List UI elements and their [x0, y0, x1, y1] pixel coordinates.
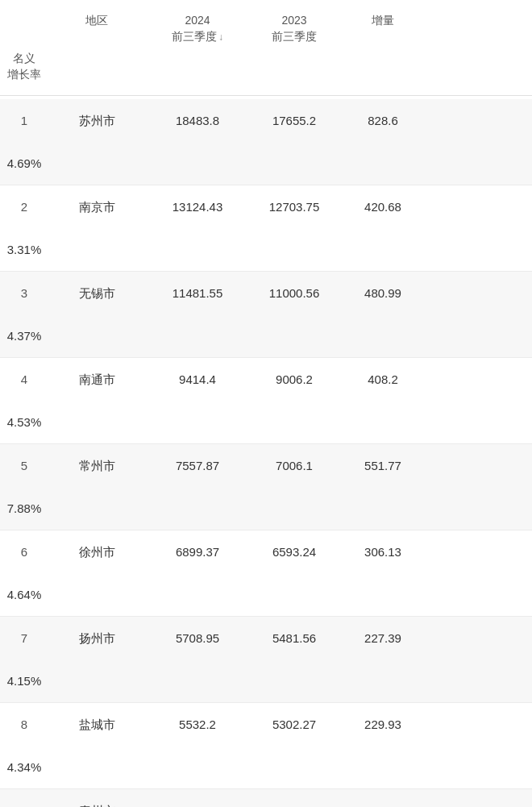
- cell-increase: 229.93: [339, 703, 427, 746]
- cell-growth: 3.31%: [0, 228, 48, 271]
- cell-gdp2023: 4974: [250, 789, 339, 807]
- cell-region: 常州市: [48, 444, 145, 487]
- cell-gdp2023: 7006.1: [250, 444, 339, 487]
- cell-gdp2024: 5145.16: [145, 789, 250, 807]
- table-row: 1 苏州市 18483.8 17655.2 828.6 4.69%: [0, 99, 532, 185]
- header-2024[interactable]: 2024前三季度↓: [145, 10, 250, 48]
- cell-growth: 4.34%: [0, 746, 48, 788]
- cell-region: 南通市: [48, 358, 145, 401]
- table-row: 7 扬州市 5708.95 5481.56 227.39 4.15%: [0, 617, 532, 703]
- cell-region: 盐城市: [48, 703, 145, 746]
- cell-region: 扬州市: [48, 617, 145, 659]
- cell-growth: 4.69%: [0, 142, 48, 185]
- cell-gdp2023: 12703.75: [250, 185, 339, 228]
- cell-rank: 8: [0, 703, 48, 746]
- cell-rank: 6: [0, 530, 48, 573]
- cell-gdp2024: 6899.37: [145, 530, 250, 573]
- cell-growth: 7.88%: [0, 487, 48, 530]
- header-region: 地区: [48, 10, 145, 48]
- sort-icon: ↓: [218, 31, 223, 43]
- cell-increase: 227.39: [339, 617, 427, 659]
- gdp-table: 地区 2024前三季度↓ 2023前三季度 增量 名义增长率 1 苏州市 184…: [0, 0, 532, 807]
- cell-region: 泰州市: [48, 789, 145, 807]
- header-increase: 增量: [339, 10, 427, 48]
- cell-gdp2024: 5532.2: [145, 703, 250, 746]
- header-rank: [0, 10, 48, 48]
- cell-gdp2024: 5708.95: [145, 617, 250, 659]
- cell-gdp2023: 6593.24: [250, 530, 339, 573]
- cell-gdp2023: 9006.2: [250, 358, 339, 401]
- cell-growth: 4.15%: [0, 659, 48, 702]
- table-row: 3 无锡市 11481.55 11000.56 480.99 4.37%: [0, 272, 532, 358]
- cell-gdp2023: 5302.27: [250, 703, 339, 746]
- cell-rank: 1: [0, 99, 48, 142]
- table-row: 9 泰州市 5145.16 4974 171.16 3.44%: [0, 789, 532, 807]
- cell-increase: 551.77: [339, 444, 427, 487]
- table-row: 4 南通市 9414.4 9006.2 408.2 4.53%: [0, 358, 532, 444]
- cell-gdp2023: 5481.56: [250, 617, 339, 659]
- cell-increase: 420.68: [339, 185, 427, 228]
- cell-rank: 5: [0, 444, 48, 487]
- cell-growth: 4.64%: [0, 573, 48, 616]
- cell-gdp2023: 17655.2: [250, 99, 339, 142]
- header-growth: 名义增长率: [0, 48, 48, 85]
- table-header: 地区 2024前三季度↓ 2023前三季度 增量 名义增长率: [0, 0, 532, 96]
- cell-rank: 9: [0, 789, 48, 807]
- cell-growth: 4.53%: [0, 401, 48, 443]
- cell-region: 徐州市: [48, 530, 145, 573]
- cell-region: 无锡市: [48, 272, 145, 314]
- cell-increase: 828.6: [339, 99, 427, 142]
- cell-gdp2024: 18483.8: [145, 99, 250, 142]
- cell-increase: 171.16: [339, 789, 427, 807]
- cell-gdp2024: 9414.4: [145, 358, 250, 401]
- cell-growth: 4.37%: [0, 314, 48, 357]
- table-row: 5 常州市 7557.87 7006.1 551.77 7.88%: [0, 444, 532, 530]
- cell-gdp2023: 11000.56: [250, 272, 339, 314]
- header-2023: 2023前三季度: [250, 10, 339, 48]
- cell-rank: 4: [0, 358, 48, 401]
- cell-increase: 480.99: [339, 272, 427, 314]
- table-row: 6 徐州市 6899.37 6593.24 306.13 4.64%: [0, 530, 532, 617]
- cell-gdp2024: 7557.87: [145, 444, 250, 487]
- table-row: 2 南京市 13124.43 12703.75 420.68 3.31%: [0, 185, 532, 272]
- cell-region: 南京市: [48, 185, 145, 228]
- cell-gdp2024: 13124.43: [145, 185, 250, 228]
- cell-increase: 306.13: [339, 530, 427, 573]
- cell-region: 苏州市: [48, 99, 145, 142]
- cell-increase: 408.2: [339, 358, 427, 401]
- table-body: 1 苏州市 18483.8 17655.2 828.6 4.69% 2 南京市 …: [0, 99, 532, 807]
- cell-rank: 7: [0, 617, 48, 659]
- table-row: 8 盐城市 5532.2 5302.27 229.93 4.34%: [0, 703, 532, 789]
- cell-rank: 3: [0, 272, 48, 314]
- cell-gdp2024: 11481.55: [145, 272, 250, 314]
- cell-rank: 2: [0, 185, 48, 228]
